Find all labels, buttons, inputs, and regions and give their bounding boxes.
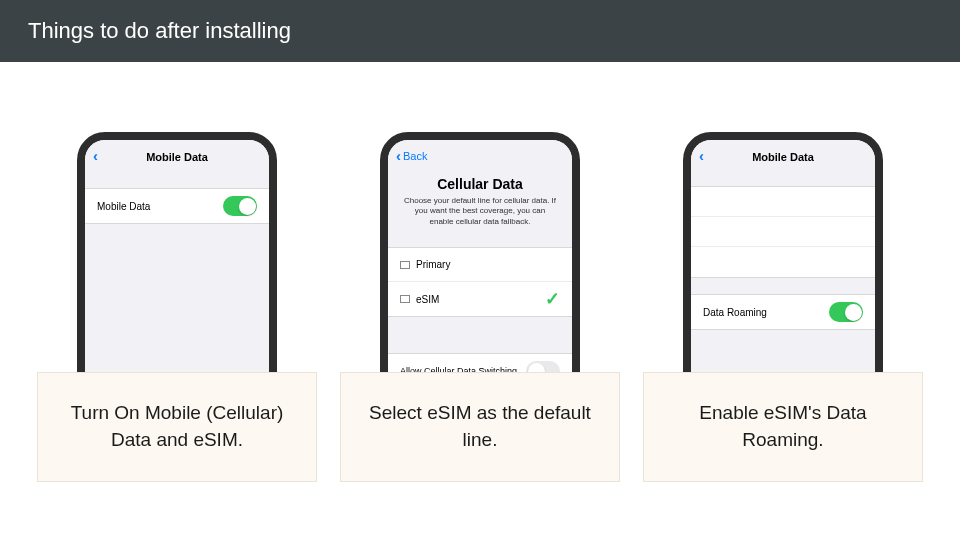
caption-text: Turn On Mobile (Cellular) Data and eSIM. (56, 400, 298, 453)
row-label: Data Roaming (703, 307, 767, 318)
phone-mock-3: ‹ Mobile Data Data Roaming (683, 132, 883, 372)
data-roaming-toggle[interactable] (829, 302, 863, 322)
nav-title: Mobile Data (146, 151, 208, 163)
row-label: Mobile Data (97, 201, 150, 212)
blank-row (691, 187, 875, 217)
phone-nav: ‹ Mobile Data (85, 140, 269, 174)
data-switching-toggle[interactable] (526, 361, 560, 372)
option-esim[interactable]: eSIM ✓ (388, 282, 572, 316)
option-label: Primary (416, 259, 450, 270)
switching-group: Allow Cellular Data Switching (388, 353, 572, 372)
header-bar: Things to do after installing (0, 0, 960, 62)
chevron-left-icon: ‹ (396, 148, 401, 163)
data-roaming-row[interactable]: Data Roaming (691, 295, 875, 329)
option-label: eSIM (416, 294, 439, 305)
sim-badge-icon (400, 261, 410, 269)
roaming-group: Data Roaming (691, 294, 875, 330)
page-title: Things to do after installing (28, 18, 291, 44)
blank-row (691, 217, 875, 247)
blank-row (691, 247, 875, 277)
phone-frame: ‹ Back Cellular Data Choose your default… (380, 132, 580, 372)
caption-text: Select eSIM as the default line. (359, 400, 601, 453)
mobile-data-row[interactable]: Mobile Data (85, 189, 269, 223)
content-stage: ‹ Mobile Data Mobile Data Turn On Mobile… (0, 62, 960, 543)
phone-nav: ‹ Mobile Data (691, 140, 875, 174)
chevron-left-icon: ‹ (93, 148, 98, 163)
phone-nav: ‹ Back (388, 140, 572, 174)
back-button[interactable]: ‹ (699, 148, 706, 163)
data-switching-row[interactable]: Allow Cellular Data Switching (388, 354, 572, 372)
sim-badge-icon (400, 295, 410, 303)
phone-frame: ‹ Mobile Data Data Roaming (683, 132, 883, 372)
option-primary[interactable]: Primary (388, 248, 572, 282)
line-options-group: Primary eSIM ✓ (388, 247, 572, 317)
chevron-left-icon: ‹ (699, 148, 704, 163)
phone-frame: ‹ Mobile Data Mobile Data (77, 132, 277, 372)
blank-group (691, 186, 875, 278)
checkmark-icon: ✓ (545, 288, 560, 310)
screen-title: Cellular Data (388, 174, 572, 196)
phone-mock-1: ‹ Mobile Data Mobile Data (77, 132, 277, 372)
mobile-data-toggle[interactable] (223, 196, 257, 216)
back-label: Back (403, 150, 427, 162)
phone-mock-2: ‹ Back Cellular Data Choose your default… (380, 132, 580, 372)
back-button[interactable]: ‹ Back (396, 148, 427, 163)
back-button[interactable]: ‹ (93, 148, 100, 163)
nav-title: Mobile Data (752, 151, 814, 163)
caption-box-3: Enable eSIM's Data Roaming. (643, 372, 923, 482)
caption-box-1: Turn On Mobile (Cellular) Data and eSIM. (37, 372, 317, 482)
screen-subtitle: Choose your default line for cellular da… (388, 196, 572, 237)
settings-group: Mobile Data (85, 188, 269, 224)
caption-box-2: Select eSIM as the default line. (340, 372, 620, 482)
caption-text: Enable eSIM's Data Roaming. (662, 400, 904, 453)
